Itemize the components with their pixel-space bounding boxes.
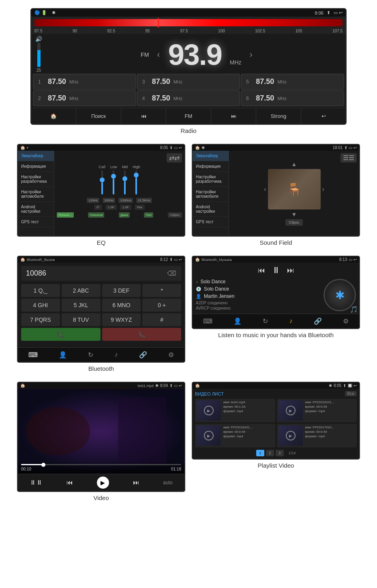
pv-all-btn[interactable]: Все: [345, 391, 357, 396]
bt-key-4[interactable]: 4 GHI: [21, 299, 60, 312]
pv-item-2[interactable]: ▶ имя: FPZ2018101... время: 00:0:39 форм…: [277, 399, 357, 422]
sf-menu-gps[interactable]: GPS тест: [193, 217, 229, 227]
eq-slider-mid: Mid: [122, 165, 128, 195]
bt-key-7[interactable]: 7 PQRS: [21, 313, 60, 326]
sf-menu-info[interactable]: Информация: [193, 161, 229, 172]
eq-slider-mid-track[interactable]: [124, 170, 126, 195]
pv-item-3[interactable]: ▶ имя: FPZ2018101... время: 00:0:40 форм…: [195, 424, 275, 447]
sf-arrow-down[interactable]: ▼: [291, 211, 297, 218]
bt-key-3[interactable]: 3 DEF: [102, 284, 141, 297]
preset-6[interactable]: 6 87.50 MHz: [241, 90, 344, 106]
preset-5[interactable]: 5 87.50 MHz: [241, 74, 344, 90]
eq-menu-info[interactable]: Информация: [18, 161, 54, 172]
preset-3[interactable]: 3 87.50 MHz: [137, 74, 240, 90]
pv-play-btn-2[interactable]: ▶: [286, 406, 296, 415]
radio-back-btn[interactable]: ↩: [301, 108, 346, 124]
sf-arrow-up[interactable]: ▲: [291, 161, 297, 167]
pv-item-4[interactable]: ▶ имя: FPZ2017010... время: 00:0:40 форм…: [277, 424, 357, 447]
radio-fm-btn[interactable]: FM: [166, 108, 211, 124]
soundfield-col: 🏠 ✱ 18:01 ⬆ ▭ ↩ Эквалайзер Информация На…: [192, 144, 360, 252]
eq-preset-pop-btn[interactable]: Поп: [144, 212, 153, 218]
bt-music-bar-contacts-icon[interactable]: 👤: [233, 317, 242, 325]
bt-bar-keypad-icon[interactable]: ⌨: [28, 351, 38, 359]
bt-music-bar-link-icon[interactable]: 🔗: [314, 317, 322, 325]
preset-mhz-2: MHz: [69, 96, 79, 101]
bt-key-star[interactable]: *: [142, 284, 181, 297]
pv-name-1: имя: test1.mp4: [223, 400, 274, 404]
eq-menu-equalizer[interactable]: Эквалайзер: [18, 151, 54, 161]
video-chapters-icon[interactable]: ⏸⏸: [30, 479, 43, 486]
bt-key-9[interactable]: 9 WXYZ: [102, 313, 141, 326]
video-progress-thumb[interactable]: [41, 463, 45, 467]
prev-arrow[interactable]: ‹: [157, 49, 160, 60]
bt-key-call-btn[interactable]: 📞: [21, 328, 101, 341]
preset-2[interactable]: 2 87.50 MHz: [33, 90, 136, 106]
bt-key-endcall-btn[interactable]: 📞: [102, 328, 182, 341]
sf-menu-android[interactable]: Android настройки: [193, 202, 229, 217]
eq-slider-sub-track[interactable]: [101, 170, 103, 195]
eq-menu-dev-settings[interactable]: Настройки разработчика: [18, 172, 54, 187]
bt-key-5[interactable]: 5 JKL: [62, 299, 101, 312]
eq-menu-car-settings[interactable]: Настройки автомобиля: [18, 187, 54, 202]
radio-prev-btn[interactable]: ⏮: [121, 108, 166, 124]
bt-music-bar-keypad-icon[interactable]: ⌨: [203, 317, 212, 325]
bt-key-1[interactable]: 1 Q,_: [21, 284, 60, 297]
eq-reset-btn[interactable]: Сброс: [168, 212, 182, 218]
bt-music-pause-btn[interactable]: ⏸: [272, 265, 281, 276]
bt-bar-link-icon[interactable]: 🔗: [139, 351, 147, 359]
video-play-btn[interactable]: ▶: [97, 477, 109, 489]
bt-key-2[interactable]: 2 ABC: [62, 284, 101, 297]
bt-bar-settings-icon[interactable]: ⚙: [168, 351, 174, 359]
bt-backspace-icon[interactable]: ⌫: [167, 269, 176, 277]
preset-1[interactable]: 1 87.50 MHz: [33, 74, 136, 90]
eq-slider-high-track[interactable]: [135, 170, 137, 195]
bt-music-next-btn[interactable]: ⏭: [287, 266, 294, 275]
bt-bar-contacts-icon[interactable]: 👤: [59, 351, 67, 359]
pv-play-btn-1[interactable]: ▶: [204, 406, 214, 415]
eq-menu-gps[interactable]: GPS тест: [18, 217, 54, 227]
bt-music-prev-btn[interactable]: ⏮: [258, 266, 265, 275]
pv-item-1[interactable]: ▶ имя: test1.mp4 время: 00:1:18 формат: …: [195, 399, 275, 422]
tuner-slider-track[interactable]: [34, 19, 343, 26]
preset-4[interactable]: 4 87.50 MHz: [137, 90, 240, 106]
video-frame-svg: [18, 389, 184, 474]
bt-key-6[interactable]: 6 MNO: [102, 299, 141, 312]
eq-preset-classical-btn[interactable]: Classical: [88, 212, 104, 218]
sf-menu-car-settings[interactable]: Настройки автомобиля: [193, 187, 229, 202]
bt-key-hash[interactable]: #: [142, 313, 181, 326]
bt-music-bar-music-icon[interactable]: ♪: [289, 317, 293, 325]
sf-preset-icon[interactable]: ☰☰: [341, 153, 357, 163]
sf-nav-right-btn[interactable]: ›: [322, 186, 324, 193]
video-next-btn[interactable]: ⏭: [133, 479, 139, 486]
next-arrow[interactable]: ›: [250, 49, 253, 60]
radio-strong-btn[interactable]: Strong: [256, 108, 301, 124]
radio-search-btn[interactable]: Поиск: [76, 108, 121, 124]
pv-page-3-btn[interactable]: 3: [276, 450, 284, 456]
eq-preset-jazz-btn[interactable]: Джаз: [119, 212, 130, 218]
video-prev-btn[interactable]: ⏮: [66, 479, 73, 486]
bt-bar-calls-icon[interactable]: ↻: [88, 351, 93, 359]
radio-next-btn[interactable]: ⏭: [211, 108, 256, 124]
volume-bar[interactable]: [37, 43, 41, 67]
eq-menu-android[interactable]: Android настройки: [18, 202, 54, 217]
bt-number-display: 10086 ⌫: [21, 266, 181, 281]
sf-nav-left-btn[interactable]: ‹: [264, 186, 266, 193]
bt-music-bar-settings-icon[interactable]: ⚙: [343, 317, 349, 325]
bt-bar-music-icon[interactable]: ♪: [115, 351, 118, 359]
eq-preset-user-btn[interactable]: Пользо...: [57, 212, 74, 218]
eq-preset-toggle-icon[interactable]: ⇄⇄: [167, 153, 182, 163]
pv-page-2-btn[interactable]: 2: [266, 450, 274, 456]
eq-slider-low-track[interactable]: [113, 170, 114, 195]
eq-val-10b: 1.0F: [120, 205, 131, 210]
sf-menu-dev-settings[interactable]: Настройки разработчика: [193, 172, 229, 187]
sf-menu-equalizer[interactable]: Эквалайзер: [193, 151, 229, 161]
bt-key-0[interactable]: 0 +: [142, 299, 181, 312]
pv-play-btn-3[interactable]: ▶: [204, 431, 214, 440]
sf-reset-btn[interactable]: Сброс: [285, 219, 302, 226]
bt-music-bar-calls-icon[interactable]: ↻: [263, 317, 268, 325]
video-progress-bar[interactable]: [21, 464, 181, 465]
radio-home-btn[interactable]: 🏠: [31, 108, 76, 124]
pv-page-1-btn[interactable]: 1: [256, 450, 264, 456]
pv-play-btn-4[interactable]: ▶: [286, 431, 296, 440]
bt-key-8[interactable]: 8 TUV: [62, 313, 101, 326]
